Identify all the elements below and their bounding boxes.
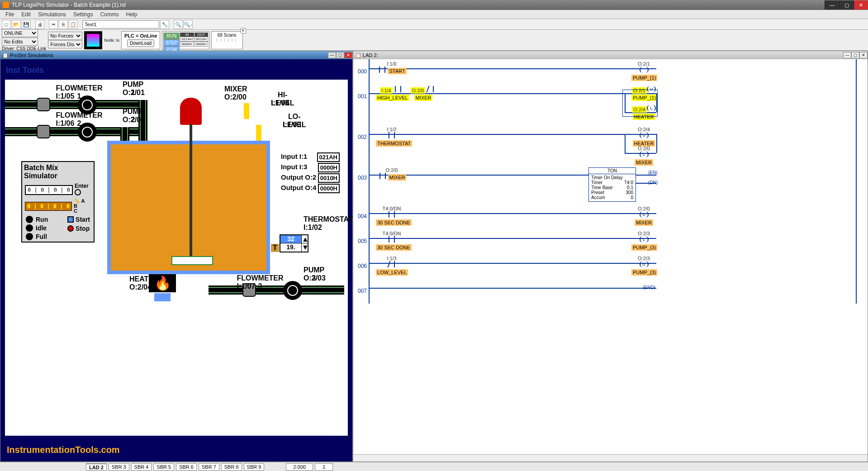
rung-005[interactable]: 005T4:0/DN30 SEC DONEO:2/3LPUMP_(3) [353, 229, 868, 254]
scans-close[interactable]: ✕ [241, 28, 246, 33]
panel-title: Batch Mix Simulator [22, 162, 94, 182]
prosim-maximize[interactable]: ▢ [336, 52, 344, 58]
status-val: 1 [315, 463, 333, 471]
menu-settings[interactable]: Settings [70, 10, 96, 19]
window-titlebar: TLP LogixPro Simulator - Batch Example (… [0, 0, 868, 10]
input-i1-value: 021AH [317, 152, 340, 162]
stop-button[interactable] [67, 225, 74, 232]
rung-007[interactable]: 007(END) [353, 279, 868, 304]
pump-2-label: PUMP 2O:2/02 [104, 108, 141, 116]
output-o2-value: 0010H [318, 173, 340, 183]
ladder-hscroll[interactable] [353, 455, 868, 461]
in-value: 021AH [180, 37, 194, 42]
tab-sbr3[interactable]: SBR 3 [109, 463, 129, 471]
io-panel: Input I:1021AH Input I:30000H Output O:2… [281, 152, 340, 193]
ladder-canvas[interactable]: 000I:1/0STARTO:2/1PUMP_(1)001I:1/4HIGH_L… [353, 59, 868, 454]
flowmeter-3-label: FLOWMETER 3I:1/07 [211, 274, 263, 282]
ladder-maximize[interactable]: ▢ [851, 52, 859, 58]
flowmeter-2-icon [37, 125, 50, 138]
open-button[interactable]: 📂 [12, 20, 21, 29]
in-label: IN [180, 33, 194, 37]
abc-switch[interactable]: 📏 A B C [74, 199, 85, 214]
thermostat-control[interactable]: 32▲ 19.▼ [280, 234, 308, 252]
thermo-down-icon[interactable]: ▼ [301, 243, 308, 252]
thermo-up-icon[interactable]: ▲ [301, 235, 308, 243]
start-button[interactable] [67, 216, 74, 223]
download-button[interactable]: DownLoad [127, 39, 154, 47]
save-button[interactable]: 💾 [22, 20, 31, 29]
paste-button[interactable]: 📋 [69, 20, 78, 29]
pump-1-label: PUMP 1O:2/01 [104, 81, 141, 89]
tab-sbr5[interactable]: SBR 5 [153, 463, 174, 471]
sim-canvas: FLOWMETER 1I:1/05 FLOWMETER 2I:1/06 PUMP… [5, 80, 348, 436]
window-maximize[interactable]: ▢ [839, 0, 854, 10]
zoom-in-button[interactable]: 🔍+ [174, 20, 183, 29]
mixer-blade-icon [171, 256, 213, 265]
rung-000[interactable]: 000I:1/0STARTO:2/1PUMP_(1) [353, 59, 868, 84]
pump-3-label: PUMP 3O:2/03 [285, 266, 322, 274]
idle-indicator [26, 224, 33, 232]
copy-button[interactable]: ⎘ [59, 20, 68, 29]
mixer-shaft-icon [190, 124, 192, 262]
rung-006[interactable]: 006I:1/3LOW_LEVELO:2/3UPUMP_(3) [353, 254, 868, 279]
full-indicator [26, 233, 33, 240]
forces-disabled-select[interactable]: Forces Disabled [48, 40, 82, 48]
hi-level-sensor-icon [244, 103, 249, 119]
controlbar: ONLINE No Edits Driver: CSS DDE-Link No … [0, 30, 868, 51]
menubar: File Edit Simulations Settings Comms Hel… [0, 10, 868, 19]
ladder-minimize[interactable]: — [843, 52, 851, 58]
node-label: Node: lo [104, 38, 119, 43]
tab-sbr8[interactable]: SBR 8 [221, 463, 242, 471]
out-value: 0010H [194, 37, 208, 42]
rung-004[interactable]: 004T4:0/DN30 SEC DONEO:2/0UMIXER [353, 204, 868, 229]
cut-button[interactable]: ✂ [49, 20, 58, 29]
window-title: TLP LogixPro Simulator - Batch Example (… [12, 2, 126, 8]
prosim-minimize[interactable]: — [328, 52, 336, 58]
out-value-2: 0000H [194, 42, 208, 47]
menu-simulations[interactable]: Simulations [34, 10, 70, 19]
print-button[interactable]: 🖨 [35, 20, 44, 29]
mixer-label: MIXERO:2/00 [206, 85, 242, 93]
plc-status: PLC = OnLine [124, 33, 157, 38]
zoom-out-button[interactable]: 🔍- [184, 20, 193, 29]
prosim-window: 📋 ProSim Simulations — ▢ ✕ Inst Tools FL… [0, 51, 353, 462]
ladder-titlebar: 📋 LAD 2: — ▢ ✕ [353, 51, 868, 59]
rung-003[interactable]: 003O:2/0MIXER TON Timer On Delay TimerT4… [353, 166, 868, 204]
edits-select[interactable]: No Edits [2, 38, 38, 46]
prosim-titlebar: 📋 ProSim Simulations — ▢ ✕ [0, 51, 352, 59]
tool-button[interactable]: 🔧 [160, 20, 169, 29]
menu-file[interactable]: File [2, 10, 18, 19]
tab-sbr6[interactable]: SBR 6 [176, 463, 197, 471]
enter-button[interactable] [75, 189, 81, 195]
menu-edit[interactable]: Edit [18, 10, 34, 19]
search-input[interactable] [82, 20, 159, 29]
mode-select[interactable]: ONLINE [2, 29, 38, 37]
status-addr: 2:000 [286, 463, 313, 471]
run-mode[interactable]: RUN [163, 33, 180, 39]
rung-001[interactable]: 001I:1/4HIGH_LEVELO:2/0MIXERO:2/1UPUMP_(… [353, 84, 868, 125]
run-indicator [26, 216, 33, 223]
menu-comms[interactable]: Comms [96, 10, 122, 19]
menu-help[interactable]: Help [123, 10, 141, 19]
watermark: Inst Tools [0, 59, 352, 80]
new-button[interactable]: □ [2, 20, 11, 29]
statusbar: LAD 2 SBR 3 SBR 4 SBR 5 SBR 6 SBR 7 SBR … [0, 462, 868, 471]
window-minimize[interactable]: — [825, 0, 839, 10]
thermo-t-icon: T [271, 244, 279, 252]
heater-label: HEATERO:2/04 [111, 275, 147, 283]
ladder-icon[interactable] [84, 31, 102, 49]
prosim-close[interactable]: ✕ [344, 52, 352, 58]
tab-lad2[interactable]: LAD 2 [86, 463, 107, 471]
step-mode[interactable]: STEP [163, 39, 180, 46]
window-close[interactable]: ✕ [854, 0, 868, 10]
flowmeter-1-icon [37, 98, 50, 111]
ladder-title: LAD 2: [363, 52, 378, 58]
tab-sbr7[interactable]: SBR 7 [199, 463, 219, 471]
lo-level-label: LO-LEVELI:1/03 [265, 113, 301, 121]
tab-sbr9[interactable]: SBR 9 [244, 463, 265, 471]
forces-select[interactable]: No Forces [48, 32, 82, 40]
ladder-close[interactable]: ✕ [859, 52, 868, 58]
tab-sbr4[interactable]: SBR 4 [131, 463, 152, 471]
rung-002[interactable]: 002I:1/2THERMOSTATO:2/4UHEATERO:2/0LMIXE… [353, 125, 868, 166]
mixer-icon [180, 98, 202, 125]
